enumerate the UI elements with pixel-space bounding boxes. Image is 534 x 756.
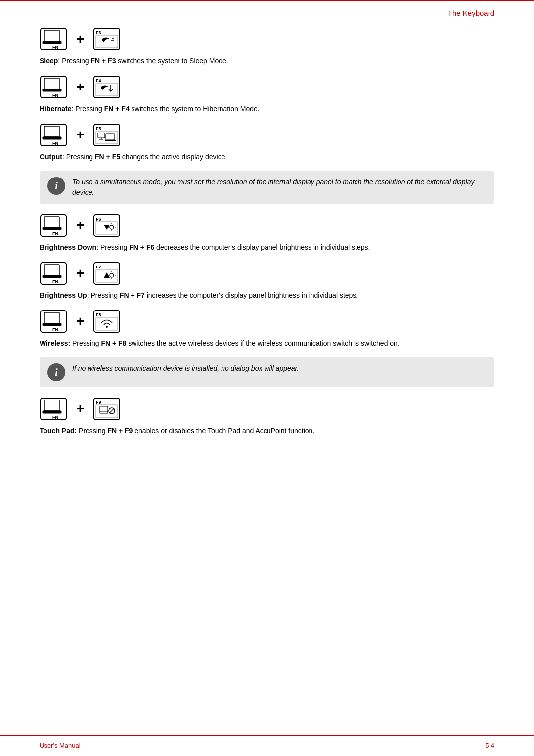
svg-rect-31 xyxy=(43,227,61,230)
f7-key: F7 xyxy=(93,262,121,285)
svg-text:FN: FN xyxy=(52,279,58,284)
sleep-section: FN + F3 Sleep: Pressing FN + F3 switches… xyxy=(40,27,494,66)
svg-text:FN: FN xyxy=(52,415,58,420)
footer-right: 5-4 xyxy=(485,742,494,749)
fn-key-hibernate: FN xyxy=(40,75,67,99)
brightness-down-key-combo: FN + F6 xyxy=(40,214,494,237)
output-section: FN + F5 Output: Pressing FN + F5 changes… xyxy=(40,123,494,204)
svg-rect-1 xyxy=(44,30,59,41)
svg-text:FN: FN xyxy=(52,93,58,98)
output-bold: Output xyxy=(40,153,62,161)
output-description: Output: Pressing FN + F5 changes the act… xyxy=(40,152,494,162)
svg-text:F9: F9 xyxy=(96,400,101,405)
footer: User's Manual 5-4 xyxy=(40,742,494,749)
svg-text:F6: F6 xyxy=(96,217,101,222)
touchpad-description: Touch Pad: Pressing FN + F9 enables or d… xyxy=(40,426,494,436)
sleep-description: Sleep: Pressing FN + F3 switches the sys… xyxy=(40,56,494,66)
sleep-key-combo: FN + F3 xyxy=(40,27,494,51)
svg-text:F7: F7 xyxy=(96,265,101,269)
wireless-info-text: If no wireless communication device is i… xyxy=(72,363,299,374)
sleep-keys: FN + F3 xyxy=(91,57,116,65)
touchpad-key-combo: FN + F9 xyxy=(40,397,494,421)
brightness-up-description: Brightness Up: Pressing FN + F7 increase… xyxy=(40,290,494,301)
svg-rect-44 xyxy=(43,275,61,278)
fn-key-touchpad: FN xyxy=(40,397,67,421)
brightness-down-description: Brightness Down: Pressing FN + F6 decrea… xyxy=(40,242,494,253)
wireless-info-icon: i xyxy=(47,363,65,381)
svg-rect-10 xyxy=(44,78,59,89)
f3-key: F3 xyxy=(93,27,121,51)
f9-key: F9 xyxy=(93,397,121,421)
output-keys: FN + F5 xyxy=(95,153,120,161)
svg-rect-64 xyxy=(44,400,59,411)
svg-rect-27 xyxy=(106,134,115,140)
fn-key-brightness-down: FN xyxy=(40,214,67,237)
wireless-description: Wireless: Pressing FN + F8 switches the … xyxy=(40,338,494,349)
brightness-up-bold: Brightness Up xyxy=(40,291,87,299)
plus-touchpad: + xyxy=(76,401,84,417)
page: The Keyboard FN + F3 xyxy=(0,0,534,756)
wireless-info-box: i If no wireless communication device is… xyxy=(40,357,494,387)
touchpad-bold: Touch Pad: xyxy=(40,427,77,435)
brightness-up-key-combo: FN + F7 xyxy=(40,262,494,285)
touchpad-keys: FN + F9 xyxy=(107,427,133,435)
svg-rect-70 xyxy=(100,406,108,413)
plus-sleep: + xyxy=(76,31,84,47)
svg-rect-18 xyxy=(44,126,59,137)
sleep-bold: Sleep xyxy=(40,57,58,65)
svg-rect-2 xyxy=(43,41,61,44)
wireless-section: FN + F8 Wireless: Pressing FN + F8 switc… xyxy=(40,310,494,387)
wireless-key-combo: FN + F8 xyxy=(40,310,494,333)
plus-wireless: + xyxy=(76,313,84,329)
wireless-keys: FN + F8 xyxy=(101,339,126,347)
plus-brightness-down: + xyxy=(76,218,84,233)
fn-key-brightness-up: FN xyxy=(40,262,67,285)
svg-text:F8: F8 xyxy=(96,312,101,317)
svg-point-62 xyxy=(106,326,108,328)
svg-rect-19 xyxy=(43,137,61,139)
top-border xyxy=(0,0,534,1)
svg-rect-15 xyxy=(96,83,118,96)
f8-key: F8 xyxy=(93,310,121,333)
brightness-up-section: FN + F7 Brightness Up: Pressing xyxy=(40,262,494,301)
svg-rect-11 xyxy=(43,89,61,91)
f6-key: F6 xyxy=(93,214,121,237)
svg-rect-6 xyxy=(96,35,118,48)
hibernate-section: FN + F4 Hibernate: Pressing FN + F4 swit… xyxy=(40,75,494,114)
svg-rect-56 xyxy=(44,312,59,323)
plus-brightness-up: + xyxy=(76,266,84,281)
footer-left: User's Manual xyxy=(40,742,81,749)
svg-rect-43 xyxy=(44,265,59,275)
content: FN + F3 Sleep: Pressing FN + F3 switches… xyxy=(40,22,494,436)
wireless-bold: Wireless: xyxy=(40,339,70,347)
output-key-combo: FN + F5 xyxy=(40,123,494,147)
svg-text:FN: FN xyxy=(52,45,58,50)
svg-text:FN: FN xyxy=(52,141,58,146)
svg-rect-57 xyxy=(43,323,61,326)
svg-rect-24 xyxy=(98,133,105,138)
bottom-border xyxy=(0,735,534,736)
fn-key-output: FN xyxy=(40,123,67,147)
svg-rect-30 xyxy=(44,217,59,227)
header-title: The Keyboard xyxy=(448,9,494,17)
brightness-down-section: FN + F6 Brightness Down: Pressin xyxy=(40,214,494,253)
plus-output: + xyxy=(76,127,84,143)
svg-rect-61 xyxy=(96,317,118,330)
hibernate-bold: Hibernate xyxy=(40,105,72,113)
hibernate-keys: FN + F4 xyxy=(104,105,130,113)
hibernate-description: Hibernate: Pressing FN + F4 switches the… xyxy=(40,104,494,114)
brightness-down-keys: FN + F6 xyxy=(129,243,154,251)
brightness-down-bold: Brightness Down xyxy=(40,243,96,251)
header: The Keyboard xyxy=(40,0,494,22)
svg-text:F3: F3 xyxy=(96,30,101,35)
f4-key: F4 xyxy=(93,75,121,99)
svg-text:FN: FN xyxy=(52,231,58,236)
svg-text:FN: FN xyxy=(52,327,58,332)
svg-rect-65 xyxy=(43,411,61,413)
f5-key: F5 xyxy=(93,123,121,147)
brightness-up-keys: FN + F7 xyxy=(120,291,145,299)
svg-text:F4: F4 xyxy=(96,78,101,83)
svg-rect-28 xyxy=(105,140,116,141)
plus-hibernate: + xyxy=(76,79,84,95)
fn-key-wireless: FN xyxy=(40,310,67,333)
